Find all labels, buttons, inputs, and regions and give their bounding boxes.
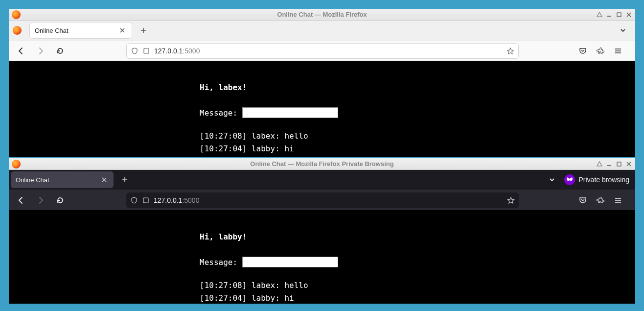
window-maximize-button[interactable] (615, 160, 623, 168)
back-button[interactable] (14, 193, 28, 208)
toolbar-right (575, 44, 625, 58)
firefox-window-1: Online Chat — Mozilla Firefox Online Cha… (9, 9, 635, 157)
window-title: Online Chat — Mozilla Firefox (277, 11, 367, 18)
chat-page: Hi, labby! Message: [10:27:08] labex: he… (200, 231, 635, 304)
chat-log: [10:27:08] labex: hello [10:27:04] labby… (200, 279, 635, 304)
window-close-button[interactable] (624, 10, 633, 19)
window-maximize-button[interactable] (615, 10, 623, 19)
reload-button[interactable] (53, 44, 68, 58)
tab-label: Online Chat (35, 27, 69, 34)
svg-rect-1 (617, 13, 621, 17)
tab-strip: Online Chat Private browsing (9, 170, 635, 190)
message-row: Message: (200, 256, 635, 269)
firefox-logo-icon (12, 160, 21, 168)
window-ontop-button[interactable] (595, 10, 604, 19)
site-identity-icon[interactable] (142, 196, 150, 204)
save-to-pocket-button[interactable] (575, 44, 590, 58)
navigation-toolbar: 127.0.0.1:5000 (9, 40, 635, 61)
chat-page: Hi, labex! Message: [10:27:08] labex: he… (200, 81, 635, 155)
chat-log-line: [10:27:08] labex: hello (200, 279, 635, 292)
tabs-list-button[interactable] (546, 173, 558, 186)
extensions-button[interactable] (593, 193, 608, 208)
firefox-logo-icon (13, 26, 22, 35)
page-viewport: Hi, labex! Message: [10:27:08] labex: he… (9, 61, 635, 157)
private-mask-icon (564, 174, 575, 185)
new-tab-button[interactable] (117, 172, 132, 187)
private-browsing-indicator: Private browsing (564, 174, 630, 185)
window-controls (595, 9, 633, 20)
tab-close-button[interactable] (118, 26, 127, 35)
message-input[interactable] (242, 107, 338, 118)
bookmark-button[interactable] (506, 47, 514, 55)
chat-log: [10:27:08] labex: hello [10:27:04] labby… (200, 130, 635, 155)
reload-button[interactable] (53, 193, 68, 208)
private-browsing-label: Private browsing (579, 176, 630, 184)
svg-rect-3 (617, 162, 621, 166)
forward-button (33, 193, 48, 208)
window-minimize-button[interactable] (605, 160, 614, 168)
app-menu-button[interactable] (611, 44, 625, 58)
browser-tab[interactable]: Online Chat (11, 171, 114, 188)
tabs-list-button[interactable] (617, 24, 629, 37)
url-host: 127.0.0.1 (154, 47, 183, 55)
bookmark-button[interactable] (507, 196, 515, 204)
window-ontop-button[interactable] (595, 160, 604, 168)
url-port: :5000 (183, 47, 200, 55)
url-text: 127.0.0.1:5000 (154, 47, 200, 55)
chat-log-line: [10:27:08] labex: hello (200, 130, 635, 143)
message-label: Message: (200, 256, 237, 269)
site-identity-icon[interactable] (142, 47, 150, 55)
window-minimize-button[interactable] (605, 10, 614, 19)
toolbar-right (575, 193, 625, 208)
tracking-protection-icon[interactable] (131, 47, 138, 55)
url-text: 127.0.0.1:5000 (154, 196, 199, 204)
tab-strip: Online Chat (9, 21, 635, 40)
greeting-text: Hi, labby! (200, 231, 635, 243)
forward-button (33, 44, 48, 58)
window-titlebar[interactable]: Online Chat — Mozilla Firefox Private Br… (9, 158, 635, 170)
window-controls (595, 158, 633, 169)
address-bar[interactable]: 127.0.0.1:5000 (126, 192, 519, 208)
window-titlebar[interactable]: Online Chat — Mozilla Firefox (9, 9, 635, 21)
address-bar[interactable]: 127.0.0.1:5000 (126, 43, 519, 59)
navigation-toolbar: 127.0.0.1:5000 (9, 190, 635, 210)
window-title: Online Chat — Mozilla Firefox Private Br… (250, 160, 393, 167)
window-close-button[interactable] (624, 160, 633, 168)
tab-label: Online Chat (16, 176, 49, 184)
firefox-window-2-private: Online Chat — Mozilla Firefox Private Br… (9, 158, 635, 304)
message-label: Message: (200, 107, 237, 120)
url-port: :5000 (182, 196, 199, 204)
app-menu-button[interactable] (611, 193, 625, 208)
browser-tab[interactable]: Online Chat (29, 22, 132, 39)
url-host: 127.0.0.1 (154, 196, 182, 204)
tab-close-button[interactable] (100, 175, 109, 184)
message-input[interactable] (242, 257, 338, 267)
page-viewport: Hi, labby! Message: [10:27:08] labex: he… (9, 210, 635, 304)
firefox-logo-icon (12, 10, 21, 19)
message-row: Message: (200, 107, 635, 120)
new-tab-button[interactable] (136, 23, 151, 38)
back-button[interactable] (14, 44, 28, 58)
tracking-protection-icon[interactable] (130, 196, 138, 204)
save-to-pocket-button[interactable] (575, 193, 590, 208)
extensions-button[interactable] (593, 44, 608, 58)
greeting-text: Hi, labex! (200, 81, 635, 94)
chat-log-line: [10:27:04] labby: hi (200, 143, 635, 155)
chat-log-line: [10:27:04] labby: hi (200, 292, 635, 304)
